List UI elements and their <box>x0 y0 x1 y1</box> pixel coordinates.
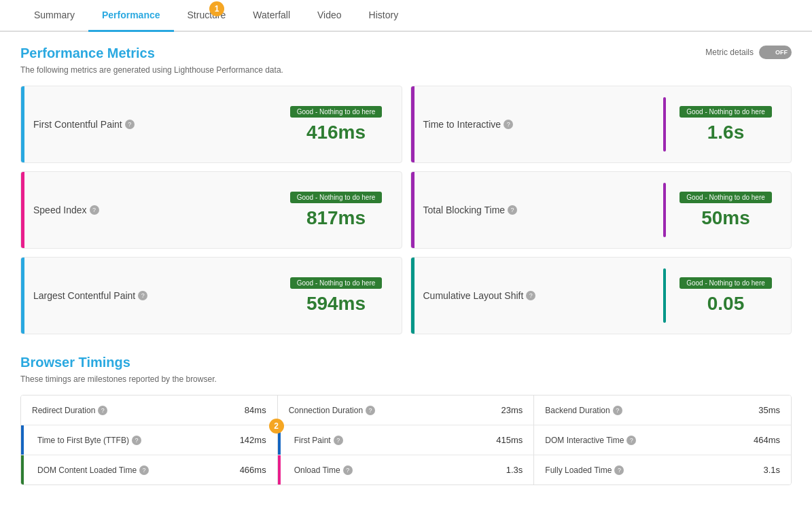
tab-structure[interactable]: Structure <box>174 0 240 32</box>
cls-divider <box>663 268 666 323</box>
browser-timings-title: Browser Timings <box>20 355 792 370</box>
badge-1: 1 <box>209 1 224 16</box>
metric-lcp-value-area: Good - Nothing to do here 594ms <box>282 277 391 315</box>
metric-tbt: Total Blocking Time ? Good - Nothing to … <box>410 171 792 249</box>
metric-cls-right: Good - Nothing to do here 0.05 <box>658 268 780 323</box>
metric-tbt-border <box>411 172 414 248</box>
page-container: Summary Performance 1 Structure Waterfal… <box>0 0 812 499</box>
browser-timings-desc: These timings are milestones reported by… <box>20 374 792 384</box>
browser-timings-section: Browser Timings These timings are milest… <box>20 355 792 485</box>
tbt-divider <box>663 183 666 237</box>
backend-info-icon[interactable]: ? <box>613 406 622 415</box>
timing-firstpaint-value: 415ms <box>496 435 523 445</box>
tti-divider <box>663 97 666 152</box>
lcp-info-icon[interactable]: ? <box>138 291 147 300</box>
timing-fullyloaded: Fully Loaded Time ? 3.1s <box>534 455 791 485</box>
metric-tti-label-area: Time to Interactive ? <box>411 119 658 130</box>
timing-backend-label: Backend Duration ? <box>545 406 622 415</box>
metric-tbt-label: Total Blocking Time ? <box>423 205 658 215</box>
metric-details-row: Metric details OFF <box>705 46 792 59</box>
performance-title: Performance Metrics <box>20 46 283 61</box>
metric-tti: Time to Interactive ? Good - Nothing to … <box>410 86 792 163</box>
metric-si-label-area: Speed Index ? <box>21 205 282 215</box>
connection-info-icon[interactable]: ? <box>366 406 375 415</box>
timing-domcontentloaded: DOM Content Loaded Time ? 466ms <box>21 455 278 485</box>
metric-tti-value: 1.6s <box>671 122 780 143</box>
metric-tbt-status: Good - Nothing to do here <box>679 192 772 203</box>
metric-tti-border <box>411 86 414 162</box>
metric-tbt-value: 50ms <box>671 207 780 229</box>
tab-waterfall[interactable]: Waterfall <box>239 0 304 32</box>
metric-details-label: Metric details <box>705 48 754 57</box>
metric-fcp-value-area: Good - Nothing to do here 416ms <box>282 106 391 143</box>
timing-dominteractive-value: 464ms <box>754 435 780 445</box>
timing-dominteractive: DOM Interactive Time ? 464ms <box>534 425 791 455</box>
timing-fullyloaded-value: 3.1s <box>763 465 780 475</box>
tab-video[interactable]: Video <box>304 0 355 32</box>
dominteractive-info-icon[interactable]: ? <box>626 436 636 445</box>
metric-si-border <box>21 172 24 248</box>
timing-ttfb-value: 142ms <box>240 435 266 445</box>
metric-fcp-label: First Contentful Paint ? <box>33 119 282 130</box>
metric-tti-status: Good - Nothing to do here <box>679 106 772 118</box>
timing-fullyloaded-label: Fully Loaded Time ? <box>545 465 624 475</box>
metric-fcp-status: Good - Nothing to do here <box>290 106 383 118</box>
onload-border <box>278 455 281 485</box>
domcontentloaded-info-icon[interactable]: ? <box>139 465 149 475</box>
ttfb-info-icon[interactable]: ? <box>132 436 141 445</box>
timing-onload: Onload Time ? 1.3s <box>278 455 535 485</box>
timing-connection-value: 23ms <box>501 405 523 415</box>
metric-si-value-area: Good - Nothing to do here 817ms <box>282 192 391 229</box>
timing-firstpaint-label: First Paint ? <box>289 436 343 445</box>
fcp-info-icon[interactable]: ? <box>125 120 135 129</box>
metric-lcp-status: Good - Nothing to do here <box>290 277 383 289</box>
tti-info-icon[interactable]: ? <box>504 120 513 129</box>
timing-backend: Backend Duration ? 35ms <box>534 395 791 425</box>
timing-redirect-value: 84ms <box>245 405 266 415</box>
metric-lcp-label-area: Largest Contentful Paint ? <box>21 290 282 301</box>
metric-cls: Cumulative Layout Shift ? Good - Nothing… <box>410 257 792 334</box>
fullyloaded-info-icon[interactable]: ? <box>614 465 624 475</box>
metric-cls-border <box>411 258 414 334</box>
metric-cls-label-area: Cumulative Layout Shift ? <box>411 290 658 301</box>
metric-si: Speed Index ? Good - Nothing to do here … <box>20 171 402 249</box>
badge-2: 2 <box>269 419 284 434</box>
tab-history[interactable]: History <box>355 0 412 32</box>
metric-fcp-label-area: First Contentful Paint ? <box>21 119 282 130</box>
firstpaint-info-icon[interactable]: ? <box>334 436 343 445</box>
redirect-info-icon[interactable]: ? <box>98 406 107 415</box>
metric-tti-value-area: Good - Nothing to do here 1.6s <box>671 106 780 143</box>
timing-ttfb: Time to First Byte (TTFB) ? 142ms 2 <box>21 425 278 455</box>
onload-info-icon[interactable]: ? <box>343 465 353 475</box>
cls-info-icon[interactable]: ? <box>526 291 535 300</box>
timing-ttfb-label: Time to First Byte (TTFB) ? <box>32 436 141 445</box>
metric-tbt-value-area: Good - Nothing to do here 50ms <box>671 192 780 229</box>
tbt-info-icon[interactable]: ? <box>508 205 517 215</box>
si-info-icon[interactable]: ? <box>90 205 99 215</box>
timing-onload-label: Onload Time ? <box>289 465 353 475</box>
metric-cls-value: 0.05 <box>671 293 780 315</box>
metric-fcp-border <box>21 86 24 162</box>
timing-firstpaint: First Paint ? 415ms <box>278 425 535 455</box>
metric-fcp-value: 416ms <box>282 122 391 143</box>
metric-lcp: Largest Contentful Paint ? Good - Nothin… <box>20 257 402 334</box>
performance-section: Performance Metrics The following metric… <box>20 46 792 334</box>
tab-performance[interactable]: Performance <box>88 0 174 32</box>
timing-backend-value: 35ms <box>758 405 780 415</box>
tab-summary[interactable]: Summary <box>20 0 88 32</box>
timing-dominteractive-label: DOM Interactive Time ? <box>545 436 636 445</box>
metric-lcp-border <box>21 258 24 334</box>
timing-connection: Connection Duration ? 23ms <box>278 395 535 425</box>
domcontentloaded-border <box>21 455 24 485</box>
metric-tti-label: Time to Interactive ? <box>423 119 658 130</box>
metric-tbt-right: Good - Nothing to do here 50ms <box>658 183 780 237</box>
timing-connection-label: Connection Duration ? <box>289 406 375 415</box>
main-content: Performance Metrics The following metric… <box>0 32 812 499</box>
timing-domcontentloaded-value: 466ms <box>240 465 266 475</box>
metric-si-right: Good - Nothing to do here 817ms <box>282 192 391 229</box>
metric-cls-label: Cumulative Layout Shift ? <box>423 290 658 301</box>
metric-details-toggle[interactable]: OFF <box>759 46 792 59</box>
performance-desc: The following metrics are generated usin… <box>20 65 283 75</box>
browser-timings-grid: Redirect Duration ? 84ms Connection Dura… <box>20 395 792 485</box>
metric-si-value: 817ms <box>282 207 391 229</box>
